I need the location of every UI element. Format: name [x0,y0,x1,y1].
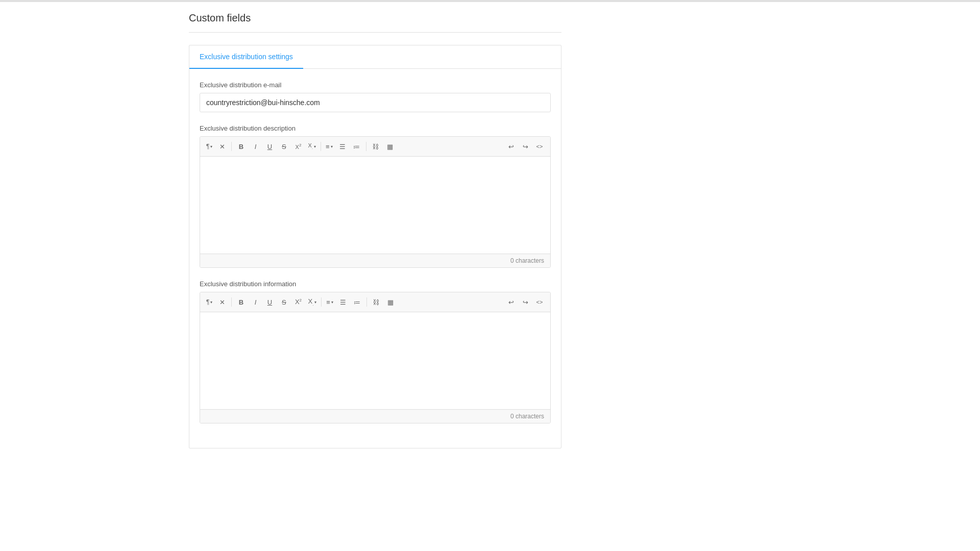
underline-icon: U [267,143,272,151]
underline-btn[interactable]: U [263,140,276,153]
source-btn[interactable]: <> [533,140,546,153]
subscript-chevron-icon: ▾ [314,144,316,149]
info-chevron-down-icon: ▾ [210,300,212,305]
info-redo-icon: ↪ [523,298,528,306]
redo-icon: ↪ [523,143,528,151]
description-toolbar: ¶ ▾ ✕ B I [200,137,550,157]
strikethrough-btn[interactable]: S [277,140,290,153]
info-align-btn[interactable]: ≡ ▾ [324,295,335,309]
info-superscript-btn[interactable]: X2 [291,295,305,309]
info-superscript-icon: X2 [295,298,302,306]
info-undo-btn[interactable]: ↩ [504,295,518,309]
bullet-list-btn[interactable]: ☰ [336,140,349,153]
bold-icon: B [239,143,243,151]
info-table-icon: ▦ [387,298,394,306]
info-numbered-list-icon: ≔ [354,298,360,306]
description-content[interactable] [200,157,550,254]
info-subscript-chevron-icon: ▾ [314,300,316,305]
info-bullet-list-btn[interactable]: ☰ [336,295,350,309]
info-clear-icon: ✕ [219,298,225,306]
info-align-chevron-icon: ▾ [331,300,333,305]
clear-formatting-btn[interactable]: ✕ [215,140,229,153]
italic-icon: I [255,143,257,151]
description-editor: ¶ ▾ ✕ B I [200,136,551,268]
info-strikethrough-icon: S [282,298,286,306]
info-strikethrough-btn[interactable]: S [277,295,290,309]
separator-2 [321,142,321,151]
bullet-list-icon: ☰ [339,143,346,151]
paragraph-btn[interactable]: ¶ ▾ [204,140,214,153]
link-btn[interactable]: ⛓ [369,140,382,153]
info-align-icon: ≡ [326,298,330,306]
italic-btn[interactable]: I [249,140,262,153]
content-area: Custom fields Exclusive distribution set… [189,2,561,459]
redo-btn[interactable]: ↪ [519,140,532,153]
numbered-list-icon: ≔ [353,143,360,151]
information-toolbar: ¶ ▾ ✕ B I [200,292,550,312]
description-char-count: 0 characters [510,257,544,264]
description-footer: 0 characters [200,254,550,267]
superscript-btn[interactable]: X2 [291,140,305,153]
info-subscript-btn[interactable]: X. ▾ [306,295,318,309]
info-italic-btn[interactable]: I [249,295,262,309]
card-body: Exclusive distribution e-mail Exclusive … [189,69,561,448]
information-label: Exclusive distribution information [200,280,551,288]
description-field-group: Exclusive distribution description ¶ ▾ ✕ [200,124,551,268]
info-italic-icon: I [255,298,257,306]
info-undo-icon: ↩ [508,298,514,306]
strikethrough-icon: S [282,143,286,151]
info-bullet-list-icon: ☰ [340,298,346,306]
clear-icon: ✕ [219,143,225,151]
superscript-icon: X2 [296,143,302,150]
email-field-group: Exclusive distribution e-mail [200,81,551,112]
separator-3 [366,142,366,151]
subscript-btn[interactable]: X. ▾ [306,140,318,153]
info-source-icon: <> [536,299,543,305]
align-btn[interactable]: ≡ ▾ [324,140,335,153]
information-char-count: 0 characters [510,413,544,420]
info-underline-btn[interactable]: U [263,295,276,309]
link-icon: ⛓ [372,143,379,151]
info-subscript-icon: X. [308,297,313,307]
info-table-btn[interactable]: ▦ [384,295,397,309]
paragraph-icon: ¶ [206,143,209,150]
email-label: Exclusive distribution e-mail [200,81,551,89]
information-editor: ¶ ▾ ✕ B I [200,292,551,423]
information-content[interactable] [200,312,550,409]
page-title: Custom fields [189,12,561,33]
info-separator-3 [366,297,367,307]
separator-1 [231,142,232,151]
info-separator-2 [321,297,322,307]
info-numbered-list-btn[interactable]: ≔ [351,295,364,309]
main-card: Exclusive distribution settings Exclusiv… [189,45,561,448]
table-btn[interactable]: ▦ [383,140,397,153]
table-icon: ▦ [387,143,393,151]
info-link-icon: ⛓ [373,298,379,306]
email-input[interactable] [200,93,551,112]
tab-exclusive-distribution[interactable]: Exclusive distribution settings [189,45,303,69]
undo-btn[interactable]: ↩ [504,140,518,153]
subscript-icon: X. [308,142,313,150]
info-paragraph-btn[interactable]: ¶ ▾ [204,295,214,309]
info-source-btn[interactable]: <> [533,295,546,309]
page-wrapper: Custom fields Exclusive distribution set… [0,0,980,551]
bold-btn[interactable]: B [234,140,248,153]
info-redo-btn[interactable]: ↪ [519,295,532,309]
information-field-group: Exclusive distribution information ¶ ▾ ✕ [200,280,551,423]
tabs-container: Exclusive distribution settings [189,45,561,69]
information-footer: 0 characters [200,409,550,423]
align-icon: ≡ [326,143,330,151]
info-paragraph-icon: ¶ [206,298,209,306]
description-label: Exclusive distribution description [200,124,551,132]
numbered-list-btn[interactable]: ≔ [350,140,363,153]
info-link-btn[interactable]: ⛓ [370,295,383,309]
info-bold-btn[interactable]: B [234,295,248,309]
info-clear-formatting-btn[interactable]: ✕ [215,295,229,309]
info-separator-1 [231,297,232,307]
info-underline-icon: U [267,298,272,306]
chevron-down-icon: ▾ [210,144,212,149]
undo-icon: ↩ [508,143,514,151]
align-chevron-icon: ▾ [331,144,333,149]
info-bold-icon: B [239,298,243,306]
source-icon: <> [536,143,543,149]
